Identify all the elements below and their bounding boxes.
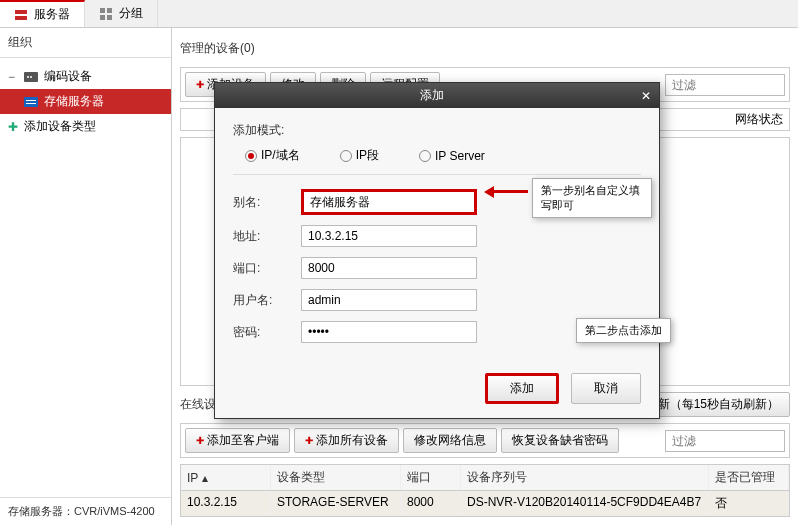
- radio-group: IP/域名 IP段 IP Server: [233, 147, 641, 175]
- port-input[interactable]: [301, 257, 477, 279]
- add-dialog: 添加 ✕ 添加模式: IP/域名 IP段 IP Server 别名: 地址: 端…: [214, 82, 660, 419]
- dialog-overlay: 添加 ✕ 添加模式: IP/域名 IP段 IP Server 别名: 地址: 端…: [0, 0, 798, 525]
- user-input[interactable]: [301, 289, 477, 311]
- pwd-label: 密码:: [233, 324, 287, 341]
- callout-step2: 第二步点击添加: [576, 318, 671, 343]
- alias-label: 别名:: [233, 194, 287, 211]
- addr-label: 地址:: [233, 228, 287, 245]
- radio-dot-icon: [340, 150, 352, 162]
- mode-label: 添加模式:: [233, 122, 641, 139]
- alias-input[interactable]: [301, 189, 477, 215]
- dialog-add-button[interactable]: 添加: [485, 373, 559, 404]
- pwd-input[interactable]: [301, 321, 477, 343]
- radio-ip-server[interactable]: IP Server: [419, 147, 485, 164]
- port-label: 端口:: [233, 260, 287, 277]
- dialog-actions: 添加 取消: [215, 367, 659, 418]
- radio-dot-icon: [245, 150, 257, 162]
- dialog-cancel-button[interactable]: 取消: [571, 373, 641, 404]
- arrow-icon: [488, 190, 528, 193]
- dialog-title: 添加: [223, 87, 641, 104]
- dialog-header[interactable]: 添加 ✕: [215, 83, 659, 108]
- callout-step1: 第一步别名自定义填写即可: [532, 178, 652, 218]
- radio-ip-domain[interactable]: IP/域名: [245, 147, 300, 164]
- radio-ip-segment[interactable]: IP段: [340, 147, 379, 164]
- addr-input[interactable]: [301, 225, 477, 247]
- user-label: 用户名:: [233, 292, 287, 309]
- radio-dot-icon: [419, 150, 431, 162]
- close-icon[interactable]: ✕: [641, 89, 651, 103]
